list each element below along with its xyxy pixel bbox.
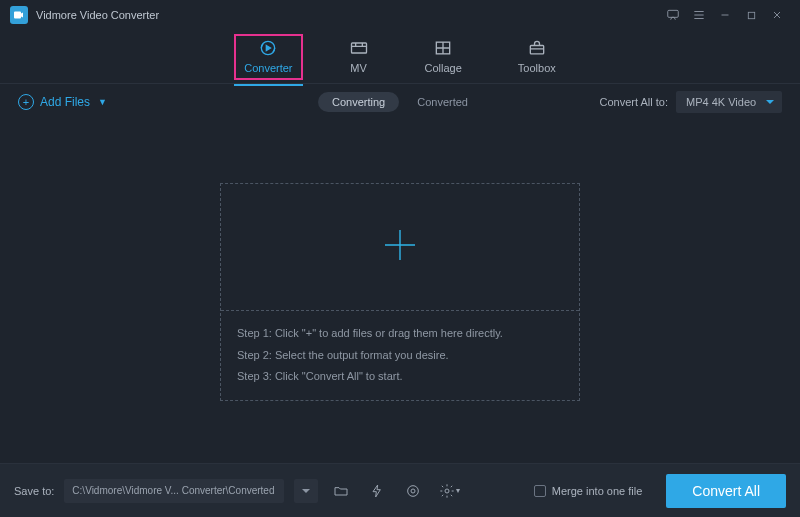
drop-zone-upper[interactable] bbox=[221, 184, 579, 312]
add-files-label: Add Files bbox=[40, 95, 90, 109]
add-big-plus-icon[interactable] bbox=[380, 225, 420, 269]
maximize-icon[interactable] bbox=[738, 2, 764, 28]
status-tab-converted[interactable]: Converted bbox=[403, 92, 482, 112]
tab-collage-label: Collage bbox=[425, 62, 462, 74]
high-speed-icon[interactable] bbox=[400, 479, 426, 503]
tab-mv[interactable]: MV bbox=[339, 34, 379, 80]
app-logo-icon bbox=[10, 6, 28, 24]
minimize-icon[interactable] bbox=[712, 2, 738, 28]
bottombar: Save to: C:\Vidmore\Vidmore V... Convert… bbox=[0, 463, 800, 517]
svg-point-8 bbox=[445, 489, 449, 493]
format-selected-value: MP4 4K Video bbox=[686, 96, 756, 108]
convert-all-button[interactable]: Convert All bbox=[666, 474, 786, 508]
convert-all-to: Convert All to: MP4 4K Video bbox=[600, 91, 782, 113]
menu-icon[interactable] bbox=[686, 2, 712, 28]
mv-icon bbox=[349, 38, 369, 58]
format-select[interactable]: MP4 4K Video bbox=[676, 91, 782, 113]
merge-checkbox[interactable] bbox=[534, 485, 546, 497]
svg-rect-5 bbox=[530, 45, 543, 53]
tab-collage[interactable]: Collage bbox=[415, 34, 472, 80]
tab-toolbox-label: Toolbox bbox=[518, 62, 556, 74]
status-tabs: Converting Converted bbox=[318, 92, 482, 112]
chevron-down-icon: ▼ bbox=[98, 97, 107, 107]
step-2-text: Step 2: Select the output format you des… bbox=[237, 345, 563, 366]
app-title: Vidmore Video Converter bbox=[36, 9, 159, 21]
svg-point-6 bbox=[408, 485, 419, 496]
tab-converter[interactable]: Converter bbox=[234, 34, 302, 80]
open-folder-icon[interactable] bbox=[328, 479, 354, 503]
save-to-label: Save to: bbox=[14, 485, 54, 497]
titlebar: Vidmore Video Converter bbox=[0, 0, 800, 30]
step-1-text: Step 1: Click "+" to add files or drag t… bbox=[237, 323, 563, 344]
tab-converter-label: Converter bbox=[244, 62, 292, 74]
drop-zone[interactable]: Step 1: Click "+" to add files or drag t… bbox=[220, 183, 580, 401]
svg-point-7 bbox=[411, 489, 415, 493]
collage-icon bbox=[433, 38, 453, 58]
save-path-box[interactable]: C:\Vidmore\Vidmore V... Converter\Conver… bbox=[64, 479, 284, 503]
plus-circle-icon: + bbox=[18, 94, 34, 110]
drop-steps: Step 1: Click "+" to add files or drag t… bbox=[221, 311, 579, 399]
tab-toolbox[interactable]: Toolbox bbox=[508, 34, 566, 80]
subbar: + Add Files ▼ Converting Converted Conve… bbox=[0, 84, 800, 120]
svg-rect-3 bbox=[351, 43, 366, 53]
gpu-accel-icon[interactable] bbox=[364, 479, 390, 503]
svg-rect-0 bbox=[668, 10, 679, 17]
add-files-button[interactable]: + Add Files ▼ bbox=[18, 94, 107, 110]
status-tab-converting[interactable]: Converting bbox=[318, 92, 399, 112]
workspace: Step 1: Click "+" to add files or drag t… bbox=[0, 120, 800, 463]
settings-icon[interactable]: ▾ bbox=[436, 479, 462, 503]
close-icon[interactable] bbox=[764, 2, 790, 28]
converter-icon bbox=[258, 38, 278, 58]
save-path-value: C:\Vidmore\Vidmore V... Converter\Conver… bbox=[72, 485, 274, 496]
svg-rect-1 bbox=[748, 12, 754, 18]
convert-all-to-label: Convert All to: bbox=[600, 96, 668, 108]
convert-all-button-label: Convert All bbox=[692, 483, 760, 499]
feedback-icon[interactable] bbox=[660, 2, 686, 28]
tab-mv-label: MV bbox=[350, 62, 367, 74]
merge-into-one-file[interactable]: Merge into one file bbox=[534, 485, 643, 497]
save-path-dropdown[interactable] bbox=[294, 479, 318, 503]
step-3-text: Step 3: Click "Convert All" to start. bbox=[237, 366, 563, 387]
toolbox-icon bbox=[527, 38, 547, 58]
main-tabs: Converter MV Collage Toolbox bbox=[0, 30, 800, 84]
merge-label: Merge into one file bbox=[552, 485, 643, 497]
